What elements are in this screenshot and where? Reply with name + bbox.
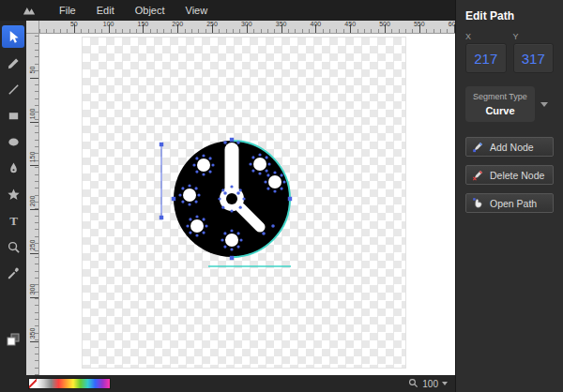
edit-path-panel: Edit Path X 217 Y 317 Segment Type Curve… xyxy=(455,0,563,392)
eyedropper-icon xyxy=(7,266,21,280)
panel-title: Edit Path xyxy=(465,9,554,23)
menu-item-object[interactable]: Object xyxy=(125,0,175,21)
select-icon xyxy=(7,30,21,44)
vruler-label: 50 xyxy=(29,60,36,79)
rectangle-icon xyxy=(7,109,21,123)
zoom-icon xyxy=(7,240,21,254)
hruler-label: 250 xyxy=(206,21,218,27)
vruler-label: 150 xyxy=(29,148,36,167)
hruler-label: 50 xyxy=(70,21,78,27)
star-icon xyxy=(7,188,21,202)
hruler-label: 400 xyxy=(311,21,322,27)
menu-item-file[interactable]: File xyxy=(49,0,86,21)
zoom-value[interactable]: 100 xyxy=(422,379,438,389)
menu-item-view[interactable]: View xyxy=(175,0,219,21)
no-color-swatch[interactable] xyxy=(29,379,37,388)
hruler-label: 350 xyxy=(276,21,287,27)
ellipse-icon xyxy=(7,135,21,149)
delete-node-button[interactable]: Delete Node xyxy=(465,165,554,185)
pencil-icon xyxy=(7,56,21,70)
tool-eyedropper[interactable] xyxy=(2,262,24,284)
vruler-label: 200 xyxy=(29,192,36,211)
palette-ramp[interactable] xyxy=(37,379,110,388)
hruler-label: 600 xyxy=(449,21,455,27)
delete-node-icon xyxy=(472,169,484,181)
color-palette-strip[interactable] xyxy=(28,378,111,389)
delete-node-label: Delete Node xyxy=(490,170,544,181)
open-path-label: Open Path xyxy=(490,198,537,209)
hruler-label: 100 xyxy=(103,21,114,27)
segment-type-dropdown[interactable]: Segment Type Curve xyxy=(465,86,535,122)
x-label: X xyxy=(465,32,507,41)
tool-palette: T xyxy=(0,21,26,375)
ruler-corner xyxy=(26,21,39,34)
tool-line[interactable] xyxy=(2,78,24,100)
add-node-label: Add Node xyxy=(490,142,534,153)
coordinates-row: X 217 Y 317 xyxy=(465,32,554,73)
vruler-label: 350 xyxy=(29,324,36,342)
hruler-label: 450 xyxy=(344,21,356,27)
vruler-label: 250 xyxy=(29,236,36,255)
ruler-vertical: 50100150200250300350 xyxy=(26,34,39,375)
app-logo-icon xyxy=(23,4,36,17)
statusbar: 100 xyxy=(0,375,455,392)
segment-type-value: Curve xyxy=(473,105,527,116)
menu: FileEditObjectView xyxy=(49,0,218,21)
tool-zoom[interactable] xyxy=(2,235,24,258)
x-field: X 217 xyxy=(465,32,507,73)
zoom-control[interactable]: 100 xyxy=(408,378,448,390)
segment-type-control: Segment Type Curve xyxy=(465,86,554,122)
hruler-label: 550 xyxy=(414,21,425,27)
path-icon xyxy=(7,161,21,175)
hruler-label: 300 xyxy=(241,21,252,27)
tool-select[interactable] xyxy=(2,25,24,48)
tool-rectangle[interactable] xyxy=(2,104,24,127)
path-buttons: Add NodeDelete NodeOpen Path xyxy=(465,137,554,213)
svg-text:T: T xyxy=(9,214,18,228)
zoom-magnifier-icon xyxy=(408,378,418,390)
y-value-input[interactable]: 317 xyxy=(513,43,555,73)
add-node-icon xyxy=(472,141,484,153)
open-path-button[interactable]: Open Path xyxy=(465,193,554,213)
swatches-icon xyxy=(6,332,21,347)
tool-ellipse[interactable] xyxy=(2,130,24,153)
segment-type-label: Segment Type xyxy=(473,92,527,101)
line-icon xyxy=(7,83,21,97)
y-field: Y 317 xyxy=(513,32,555,73)
menu-item-edit[interactable]: Edit xyxy=(86,0,125,21)
zoom-chevron-down-icon[interactable] xyxy=(442,382,448,385)
tool-path[interactable] xyxy=(2,157,24,179)
x-value-input[interactable]: 217 xyxy=(465,43,507,73)
vector-editor-window: FileEditObjectView T 5010015020025030035… xyxy=(0,0,563,392)
menubar: FileEditObjectView xyxy=(0,0,455,21)
vruler-label: 100 xyxy=(29,104,36,123)
ruler-horizontal: 50100150200250300350400450500550600 xyxy=(39,21,455,34)
canvas-workspace[interactable] xyxy=(39,34,455,375)
text-icon: T xyxy=(7,214,21,228)
add-node-button[interactable]: Add Node xyxy=(465,137,554,157)
vruler-label: 300 xyxy=(29,279,36,298)
canvas-drawing-clock-path[interactable] xyxy=(39,34,455,375)
tool-swatches[interactable] xyxy=(2,328,24,351)
hruler-label: 150 xyxy=(138,21,149,27)
tool-star[interactable] xyxy=(2,183,24,205)
tool-pencil[interactable] xyxy=(2,52,24,74)
hruler-label: 200 xyxy=(172,21,183,27)
open-path-icon xyxy=(472,197,484,209)
tool-text[interactable]: T xyxy=(2,209,24,232)
y-label: Y xyxy=(513,32,555,41)
hruler-label: 500 xyxy=(379,21,390,27)
chevron-down-icon[interactable] xyxy=(540,102,548,107)
